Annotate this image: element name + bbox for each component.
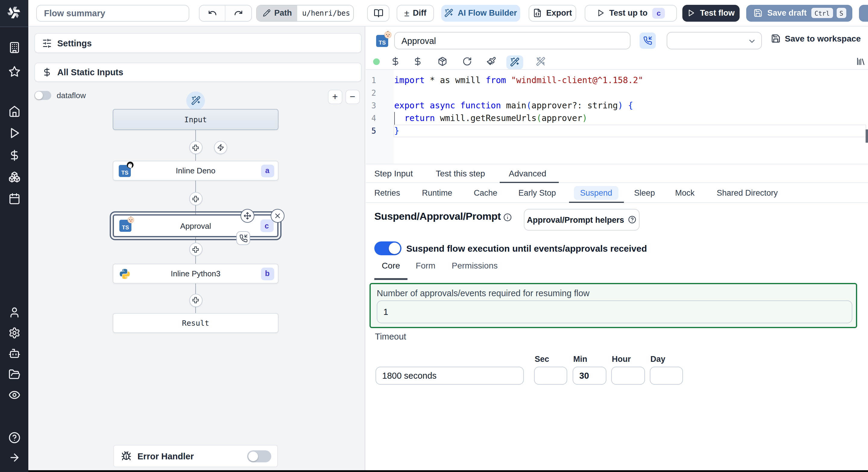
flow-node-result[interactable]: Result — [113, 313, 278, 333]
add-step-button-4[interactable] — [189, 294, 202, 307]
ai-suggest-button[interactable] — [186, 91, 205, 110]
day-input[interactable] — [650, 367, 683, 385]
sidebar-item-workspace[interactable] — [0, 37, 28, 58]
all-static-inputs-button[interactable]: All Static Inputs — [34, 63, 362, 82]
windmill-flow-editor: Flow summary Path u/henri/bes ± Diff — [0, 0, 868, 472]
dollar-icon — [42, 67, 52, 77]
info-icon[interactable] — [503, 213, 512, 221]
add-step-button-1[interactable] — [189, 141, 202, 154]
subtab-early-stop[interactable]: Early Stop — [518, 183, 556, 202]
ai-flow-builder-label: AI Flow Builder — [458, 8, 517, 18]
sidebar-item-users[interactable] — [0, 302, 28, 323]
zoom-out-button[interactable]: − — [345, 90, 360, 104]
approvals-required-input[interactable]: 1 — [377, 300, 852, 323]
code-token: from — [486, 75, 506, 85]
step-lang-icon-wrap: TS — [376, 35, 388, 47]
flow-node-inline-python[interactable]: Inline Python3 b — [113, 264, 278, 283]
add-step-button-3[interactable] — [189, 243, 202, 256]
test-flow-button[interactable]: Test flow — [682, 4, 740, 21]
bot-icon — [8, 347, 20, 360]
undo-button[interactable] — [199, 5, 225, 21]
input-node-label: Input — [113, 115, 278, 124]
code-editor[interactable]: 1 2 3 4 5 import * as wmill from "windmi… — [366, 70, 868, 164]
flow-summary-input[interactable]: Flow summary — [36, 4, 189, 21]
script-version-select[interactable] — [667, 32, 762, 49]
line-number: 3 — [358, 99, 376, 112]
add-step-button-2[interactable] — [189, 192, 202, 205]
kbd-s: S — [836, 8, 846, 18]
error-handler-row: Error Handler — [113, 445, 278, 467]
move-node-button[interactable] — [241, 209, 254, 223]
sidebar-item-workers[interactable] — [0, 343, 28, 364]
sidebar-item-runs[interactable] — [0, 123, 28, 143]
save-draft-button[interactable]: Save draft Ctrl S — [746, 4, 852, 21]
subtab-suspend-active[interactable]: Suspend — [574, 186, 618, 200]
timeout-input[interactable]: 1800 seconds — [375, 367, 524, 385]
windmill-logo-area[interactable] — [0, 0, 28, 27]
sidebar-item-settings[interactable] — [0, 323, 28, 343]
error-handler-toggle[interactable] — [247, 450, 271, 462]
tab-label: Test this step — [436, 169, 485, 178]
subtab-mock[interactable]: Mock — [675, 183, 695, 202]
suspend-phone-badge[interactable] — [236, 231, 250, 245]
code-token: approver — [541, 113, 582, 123]
flow-node-input[interactable]: Input — [113, 109, 278, 130]
tab-step-input[interactable]: Step Input — [374, 164, 413, 182]
sidebar-collapse-button[interactable] — [0, 447, 28, 468]
tab-core-active[interactable]: Core — [374, 257, 407, 274]
min-input[interactable]: 30 — [572, 367, 607, 385]
export-button[interactable]: Export — [529, 4, 576, 21]
diff-button[interactable]: ± Diff — [397, 4, 434, 21]
hour-input[interactable] — [611, 367, 645, 385]
ai-flow-builder-button[interactable]: AI Flow Builder — [441, 4, 520, 21]
suspend-toggle-on[interactable] — [374, 241, 401, 255]
resources-context-button[interactable] — [413, 57, 423, 66]
zoom-in-button[interactable]: + — [328, 90, 342, 104]
flow-settings-button[interactable]: Settings — [34, 33, 362, 53]
trigger-button[interactable] — [214, 141, 227, 154]
sidebar-item-audit-logs[interactable] — [0, 384, 28, 405]
step-name-value: Approval — [401, 36, 436, 45]
library-button[interactable] — [856, 57, 866, 66]
sidebar-item-resources[interactable] — [0, 167, 28, 187]
redo-button[interactable] — [225, 5, 251, 21]
dataflow-toggle[interactable] — [34, 91, 51, 100]
sidebar-item-help[interactable] — [0, 428, 28, 448]
path-button[interactable]: Path u/henri/bes — [256, 4, 354, 21]
deploy-button-partial[interactable] — [859, 4, 868, 21]
tab-advanced-active[interactable]: Advanced — [509, 164, 547, 182]
sidebar-item-schedules[interactable] — [0, 189, 28, 209]
sidebar-item-favorites[interactable] — [0, 61, 28, 81]
flow-node-inline-deno[interactable]: TS Inline Deno a — [113, 161, 278, 180]
step-name-input[interactable]: Approval — [394, 32, 630, 49]
suspend-mode-button[interactable] — [640, 33, 656, 49]
save-to-workspace-button[interactable]: Save to workspace — [771, 34, 861, 43]
ai-gen-off-button[interactable] — [536, 57, 546, 66]
ai-gen-button-active[interactable] — [506, 55, 523, 69]
approval-prompt-helpers-button[interactable]: Approval/Prompt helpers — [524, 209, 640, 231]
sidebar-item-variables[interactable] — [0, 145, 28, 165]
dollar-icon — [413, 57, 423, 66]
core-tab-label: Core — [382, 261, 400, 270]
tab-permissions[interactable]: Permissions — [444, 257, 506, 274]
test-up-to-button[interactable]: Test up to c — [585, 4, 677, 21]
export-label: Export — [546, 8, 572, 18]
subtab-sleep[interactable]: Sleep — [634, 183, 655, 202]
tab-form[interactable]: Form — [407, 257, 444, 274]
reload-button[interactable] — [462, 57, 472, 66]
subtab-retries[interactable]: Retries — [374, 183, 400, 202]
docs-button[interactable] — [367, 4, 390, 21]
sidebar-item-home[interactable] — [0, 101, 28, 121]
sec-input[interactable] — [534, 367, 567, 385]
subtab-runtime[interactable]: Runtime — [422, 183, 453, 202]
play-icon — [8, 127, 20, 139]
code-token: wmill.getResumeUrls — [435, 113, 536, 123]
tab-test-this-step[interactable]: Test this step — [436, 164, 485, 182]
vars-context-button[interactable] — [391, 57, 400, 66]
delete-node-button[interactable] — [270, 209, 284, 223]
subtab-cache[interactable]: Cache — [474, 183, 497, 202]
subtab-shared-directory[interactable]: Shared Directory — [717, 183, 778, 202]
sidebar-item-folders[interactable] — [0, 364, 28, 384]
package-button[interactable] — [438, 57, 447, 66]
format-button[interactable] — [487, 57, 496, 66]
